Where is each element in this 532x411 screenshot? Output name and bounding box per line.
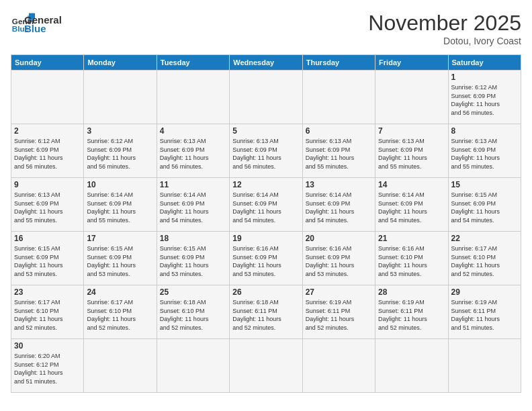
calendar-day-cell xyxy=(157,339,229,393)
day-info: Sunrise: 6:12 AMSunset: 6:09 PMDaylight:… xyxy=(14,137,81,171)
day-info: Sunrise: 6:12 AMSunset: 6:09 PMDaylight:… xyxy=(87,137,153,171)
day-number: 7 xyxy=(378,126,445,136)
day-info: Sunrise: 6:17 AMSunset: 6:10 PMDaylight:… xyxy=(451,244,518,278)
calendar-week-row: 16Sunrise: 6:15 AMSunset: 6:09 PMDayligh… xyxy=(11,232,521,285)
calendar-day-cell xyxy=(375,339,448,393)
day-info: Sunrise: 6:15 AMSunset: 6:09 PMDaylight:… xyxy=(451,191,518,224)
day-info: Sunrise: 6:14 AMSunset: 6:09 PMDaylight:… xyxy=(160,191,226,224)
calendar-day-cell: 20Sunrise: 6:16 AMSunset: 6:09 PMDayligh… xyxy=(302,232,375,285)
day-number: 13 xyxy=(306,180,372,189)
calendar-day-cell: 7Sunrise: 6:13 AMSunset: 6:09 PMDaylight… xyxy=(375,124,448,178)
logo-blue-text: Blue xyxy=(24,23,62,34)
calendar-day-cell: 19Sunrise: 6:16 AMSunset: 6:09 PMDayligh… xyxy=(230,232,302,285)
day-info: Sunrise: 6:13 AMSunset: 6:09 PMDaylight:… xyxy=(451,137,518,171)
month-title: November 2025 xyxy=(368,11,521,36)
calendar-week-row: 30Sunrise: 6:20 AMSunset: 6:12 PMDayligh… xyxy=(11,339,521,393)
calendar-day-cell: 6Sunrise: 6:13 AMSunset: 6:09 PMDaylight… xyxy=(302,124,375,178)
day-number: 12 xyxy=(232,180,299,189)
calendar-day-cell: 17Sunrise: 6:15 AMSunset: 6:09 PMDayligh… xyxy=(84,232,157,285)
calendar-day-cell: 4Sunrise: 6:13 AMSunset: 6:09 PMDaylight… xyxy=(157,124,229,178)
day-number: 4 xyxy=(160,126,226,136)
day-info: Sunrise: 6:19 AMSunset: 6:11 PMDaylight:… xyxy=(451,298,518,332)
day-info: Sunrise: 6:13 AMSunset: 6:09 PMDaylight:… xyxy=(306,137,372,171)
day-info: Sunrise: 6:16 AMSunset: 6:09 PMDaylight:… xyxy=(232,244,299,278)
day-number: 17 xyxy=(87,234,153,243)
calendar-day-cell: 29Sunrise: 6:19 AMSunset: 6:11 PMDayligh… xyxy=(448,285,521,339)
day-info: Sunrise: 6:19 AMSunset: 6:11 PMDaylight:… xyxy=(378,298,445,332)
day-number: 25 xyxy=(160,287,226,297)
day-number: 14 xyxy=(378,180,445,189)
calendar-table: SundayMondayTuesdayWednesdayThursdayFrid… xyxy=(11,54,521,393)
day-number: 20 xyxy=(306,234,372,243)
day-info: Sunrise: 6:14 AMSunset: 6:09 PMDaylight:… xyxy=(87,191,153,224)
day-info: Sunrise: 6:20 AMSunset: 6:12 PMDaylight:… xyxy=(14,352,81,385)
day-info: Sunrise: 6:13 AMSunset: 6:09 PMDaylight:… xyxy=(232,137,299,171)
weekday-header-tuesday: Tuesday xyxy=(157,55,229,71)
calendar-day-cell: 11Sunrise: 6:14 AMSunset: 6:09 PMDayligh… xyxy=(157,178,229,232)
calendar-day-cell: 16Sunrise: 6:15 AMSunset: 6:09 PMDayligh… xyxy=(11,232,84,285)
day-info: Sunrise: 6:15 AMSunset: 6:09 PMDaylight:… xyxy=(14,244,81,278)
calendar-day-cell: 24Sunrise: 6:17 AMSunset: 6:10 PMDayligh… xyxy=(84,285,157,339)
calendar-day-cell xyxy=(84,71,157,124)
day-number: 24 xyxy=(87,287,153,297)
calendar-day-cell: 28Sunrise: 6:19 AMSunset: 6:11 PMDayligh… xyxy=(375,285,448,339)
calendar-week-row: 23Sunrise: 6:17 AMSunset: 6:10 PMDayligh… xyxy=(11,285,521,339)
day-number: 10 xyxy=(87,180,153,189)
weekday-header-saturday: Saturday xyxy=(448,55,521,71)
calendar-day-cell: 1Sunrise: 6:12 AMSunset: 6:09 PMDaylight… xyxy=(448,71,521,124)
calendar-day-cell xyxy=(302,339,375,393)
day-info: Sunrise: 6:14 AMSunset: 6:09 PMDaylight:… xyxy=(232,191,299,224)
day-info: Sunrise: 6:12 AMSunset: 6:09 PMDaylight:… xyxy=(451,83,518,117)
day-number: 19 xyxy=(232,234,299,243)
day-info: Sunrise: 6:14 AMSunset: 6:09 PMDaylight:… xyxy=(306,191,372,224)
weekday-header-thursday: Thursday xyxy=(302,55,375,71)
day-info: Sunrise: 6:17 AMSunset: 6:10 PMDaylight:… xyxy=(14,298,81,332)
day-info: Sunrise: 6:13 AMSunset: 6:09 PMDaylight:… xyxy=(378,137,445,171)
calendar-week-row: 1Sunrise: 6:12 AMSunset: 6:09 PMDaylight… xyxy=(11,71,521,124)
calendar-day-cell: 13Sunrise: 6:14 AMSunset: 6:09 PMDayligh… xyxy=(302,178,375,232)
calendar-day-cell: 30Sunrise: 6:20 AMSunset: 6:12 PMDayligh… xyxy=(11,339,84,393)
day-info: Sunrise: 6:13 AMSunset: 6:09 PMDaylight:… xyxy=(14,191,81,224)
day-number: 21 xyxy=(378,234,445,243)
day-number: 1 xyxy=(451,73,518,82)
day-number: 26 xyxy=(232,287,299,297)
day-info: Sunrise: 6:19 AMSunset: 6:11 PMDaylight:… xyxy=(306,298,372,332)
day-info: Sunrise: 6:13 AMSunset: 6:09 PMDaylight:… xyxy=(160,137,226,171)
day-number: 11 xyxy=(160,180,226,189)
day-info: Sunrise: 6:16 AMSunset: 6:10 PMDaylight:… xyxy=(378,244,445,278)
calendar-day-cell: 25Sunrise: 6:18 AMSunset: 6:10 PMDayligh… xyxy=(157,285,229,339)
calendar-day-cell: 26Sunrise: 6:18 AMSunset: 6:11 PMDayligh… xyxy=(230,285,302,339)
calendar-week-row: 9Sunrise: 6:13 AMSunset: 6:09 PMDaylight… xyxy=(11,178,521,232)
weekday-header-friday: Friday xyxy=(375,55,448,71)
day-info: Sunrise: 6:15 AMSunset: 6:09 PMDaylight:… xyxy=(160,244,226,278)
calendar-header-row: SundayMondayTuesdayWednesdayThursdayFrid… xyxy=(11,55,521,71)
calendar-day-cell xyxy=(230,339,302,393)
calendar-day-cell: 15Sunrise: 6:15 AMSunset: 6:09 PMDayligh… xyxy=(448,178,521,232)
calendar-day-cell xyxy=(11,71,84,124)
day-info: Sunrise: 6:17 AMSunset: 6:10 PMDaylight:… xyxy=(87,298,153,332)
calendar-day-cell: 9Sunrise: 6:13 AMSunset: 6:09 PMDaylight… xyxy=(11,178,84,232)
day-number: 29 xyxy=(451,287,518,297)
calendar-day-cell xyxy=(375,71,448,124)
calendar-day-cell xyxy=(230,71,302,124)
calendar-day-cell xyxy=(302,71,375,124)
day-number: 16 xyxy=(14,234,81,243)
day-info: Sunrise: 6:14 AMSunset: 6:09 PMDaylight:… xyxy=(378,191,445,224)
day-number: 15 xyxy=(451,180,518,189)
calendar-day-cell: 18Sunrise: 6:15 AMSunset: 6:09 PMDayligh… xyxy=(157,232,229,285)
calendar-day-cell: 8Sunrise: 6:13 AMSunset: 6:09 PMDaylight… xyxy=(448,124,521,178)
calendar-day-cell xyxy=(448,339,521,393)
calendar-week-row: 2Sunrise: 6:12 AMSunset: 6:09 PMDaylight… xyxy=(11,124,521,178)
day-number: 6 xyxy=(306,126,372,136)
day-info: Sunrise: 6:18 AMSunset: 6:10 PMDaylight:… xyxy=(160,298,226,332)
day-info: Sunrise: 6:18 AMSunset: 6:11 PMDaylight:… xyxy=(232,298,299,332)
day-number: 23 xyxy=(14,287,81,297)
calendar-day-cell: 10Sunrise: 6:14 AMSunset: 6:09 PMDayligh… xyxy=(84,178,157,232)
calendar-day-cell: 3Sunrise: 6:12 AMSunset: 6:09 PMDaylight… xyxy=(84,124,157,178)
calendar-day-cell: 2Sunrise: 6:12 AMSunset: 6:09 PMDaylight… xyxy=(11,124,84,178)
day-number: 28 xyxy=(378,287,445,297)
day-number: 22 xyxy=(451,234,518,243)
calendar-day-cell: 5Sunrise: 6:13 AMSunset: 6:09 PMDaylight… xyxy=(230,124,302,178)
day-number: 9 xyxy=(14,180,81,189)
day-number: 2 xyxy=(14,126,81,136)
